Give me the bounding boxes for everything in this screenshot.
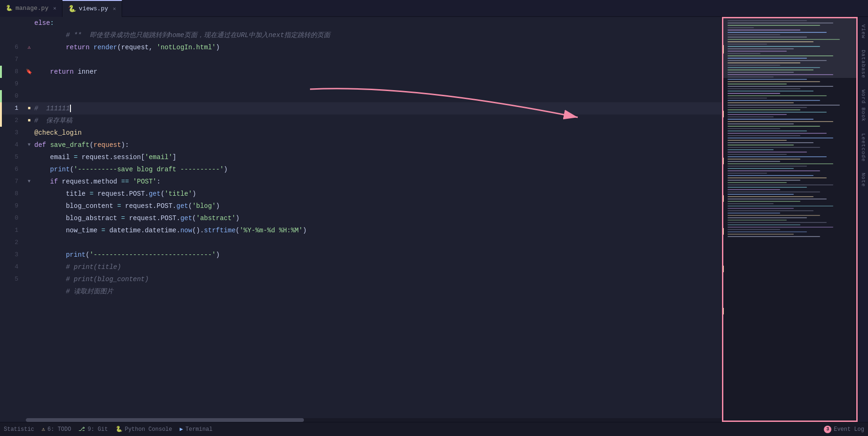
status-python-console[interactable]: 🐍 Python Console	[116, 426, 172, 433]
event-count-badge: 3	[824, 426, 831, 433]
code-line-7: 7	[0, 54, 721, 66]
code-line-9a: 9 blog_content = request.POST.get('blog'…	[0, 200, 721, 212]
tab-views[interactable]: 🐍 views.py ✕	[62, 0, 122, 17]
line-num: 5	[0, 273, 26, 285]
tab-manage-close[interactable]: ✕	[53, 5, 56, 11]
line-num: 4	[0, 261, 26, 273]
code-line-comment1: # ** 即使登录成功也只能跳转到home页面，现在通过在URL中加入next指…	[0, 29, 721, 41]
line-code: # print(title)	[32, 261, 721, 273]
line-code: if request.method == 'POST':	[32, 176, 721, 188]
line-code: # print(blog_content)	[32, 273, 721, 285]
line-code: email = request.session['email']	[32, 151, 721, 163]
fold-icon[interactable]: ▼	[28, 139, 31, 151]
line-code: else:	[32, 17, 721, 29]
right-tab-leetcode[interactable]: Leetcode	[859, 128, 868, 168]
line-indicator: ■	[26, 115, 32, 127]
line-code: # 保存草稿	[32, 115, 721, 127]
line-num: 4	[0, 139, 26, 151]
code-line-6a: 6 print('----------save blog draft -----…	[0, 163, 721, 176]
tab-manage[interactable]: 🐍 manage.py ✕	[0, 0, 62, 17]
editor-area: else: # ** 即使登录成功也只能跳转到home页面，现在通过在URL中加…	[0, 17, 868, 422]
line-num: 3	[0, 249, 26, 261]
line-code: print('----------save blog draft -------…	[32, 163, 721, 176]
tab-manage-label: manage.py	[16, 5, 48, 12]
right-tab-note[interactable]: Note	[859, 167, 868, 192]
tab-bar: 🐍 manage.py ✕ 🐍 views.py ✕	[0, 0, 868, 17]
bookmark-icon: ■	[28, 115, 31, 127]
line-num: 3	[0, 127, 26, 139]
code-line-4a: 4 ▼ def save_draft(request):	[0, 139, 721, 151]
status-todo[interactable]: ⚠ 6: TODO	[42, 426, 71, 433]
horizontal-scrollbar[interactable]	[26, 418, 721, 422]
terminal-icon: ▶	[180, 426, 183, 433]
line-num: 6	[0, 163, 26, 176]
line-code: # ** 即使登录成功也只能跳转到home页面，现在通过在URL中加入next指…	[32, 29, 721, 41]
line-code: def save_draft(request):	[32, 139, 721, 151]
line-num: 1	[0, 102, 26, 115]
line-num: 0	[0, 90, 26, 102]
right-tab-database[interactable]: Database	[859, 44, 868, 84]
line-code: # 读取封面图片	[32, 285, 721, 298]
line-code: blog_content = request.POST.get('blog')	[32, 200, 721, 212]
code-line-9: 9	[0, 78, 721, 90]
right-tab-wordbook[interactable]: Word Book	[859, 84, 868, 127]
line-code: title = request.POST.get('title')	[32, 188, 721, 200]
line-code: blog_abstract = request.POST.get('abstra…	[32, 212, 721, 224]
line-num: 2	[0, 115, 26, 127]
right-tab-view[interactable]: View	[859, 19, 868, 44]
line-code: return render(request, 'notLogIn.html')	[32, 41, 721, 54]
code-line-1b: 1 now_time = datetime.datetime.now().str…	[0, 224, 721, 237]
status-git[interactable]: ⎇ 9: Git	[78, 426, 108, 433]
code-line-7a: 7 ▼ if request.method == 'POST':	[0, 176, 721, 188]
git-icon: ⎇	[78, 426, 85, 433]
status-statistic[interactable]: Statistic	[4, 426, 34, 433]
line-num: 2	[0, 237, 26, 249]
code-line-3a: 3 @check_login	[0, 127, 721, 139]
tab-views-close[interactable]: ✕	[113, 6, 116, 12]
manage-py-icon: 🐍	[6, 5, 13, 12]
python-console-label: Python Console	[125, 426, 172, 433]
minimap-indicator-7	[722, 308, 724, 314]
right-panel: View Database Word Book Leetcode Note	[858, 17, 868, 422]
line-indicator: ■	[26, 102, 32, 115]
warning-icon: ⚠	[28, 41, 31, 54]
minimap-highlight	[722, 17, 858, 78]
code-line-8a: 8 title = request.POST.get('title')	[0, 188, 721, 200]
code-line-0b: 0 blog_abstract = request.POST.get('abst…	[0, 212, 721, 224]
line-num: 8	[0, 66, 26, 78]
line-num: 6	[0, 41, 26, 54]
minimap-indicator-6	[722, 266, 724, 272]
line-num: 5	[0, 151, 26, 163]
views-py-icon: 🐍	[68, 5, 76, 13]
line-code: now_time = datetime.datetime.now().strft…	[32, 224, 721, 237]
python-icon: 🐍	[116, 426, 123, 433]
status-terminal[interactable]: ▶ Terminal	[180, 426, 213, 433]
status-right: 3 Event Log	[824, 426, 864, 433]
minimap-indicator-5	[722, 228, 724, 235]
bookmark-icon: 🔖	[26, 66, 32, 78]
minimap-indicator-1	[722, 45, 724, 54]
bookmark-icon: ■	[28, 102, 31, 115]
line-num: 1	[0, 224, 26, 237]
git-label: 9: Git	[87, 426, 108, 433]
line-indicator: ▼	[26, 176, 32, 188]
code-line-4b: 4 # print(title)	[0, 261, 721, 273]
line-num: 7	[0, 176, 26, 188]
code-line-2a: 2 ■ # 保存草稿	[0, 115, 721, 127]
line-code: return inner	[32, 66, 721, 78]
code-line-5b: 5 # print(blog_content)	[0, 273, 721, 285]
line-code: @check_login	[32, 127, 721, 139]
minimap-indicator-4	[722, 195, 724, 202]
status-event-log[interactable]: 3 Event Log	[824, 426, 864, 433]
line-num: 9	[0, 200, 26, 212]
event-log-label: Event Log	[834, 426, 864, 433]
minimap	[721, 17, 858, 422]
statistic-label: Statistic	[4, 426, 34, 433]
code-line-else: else:	[0, 17, 721, 29]
code-line-8: 8 🔖 return inner	[0, 66, 721, 78]
line-code: # 111111	[32, 102, 721, 115]
code-editor[interactable]: else: # ** 即使登录成功也只能跳转到home页面，现在通过在URL中加…	[0, 17, 721, 422]
fold-icon[interactable]: ▼	[28, 176, 31, 188]
code-line-0a: 0	[0, 90, 721, 102]
code-line-6: 6 ⚠ return render(request, 'notLogIn.htm…	[0, 41, 721, 54]
